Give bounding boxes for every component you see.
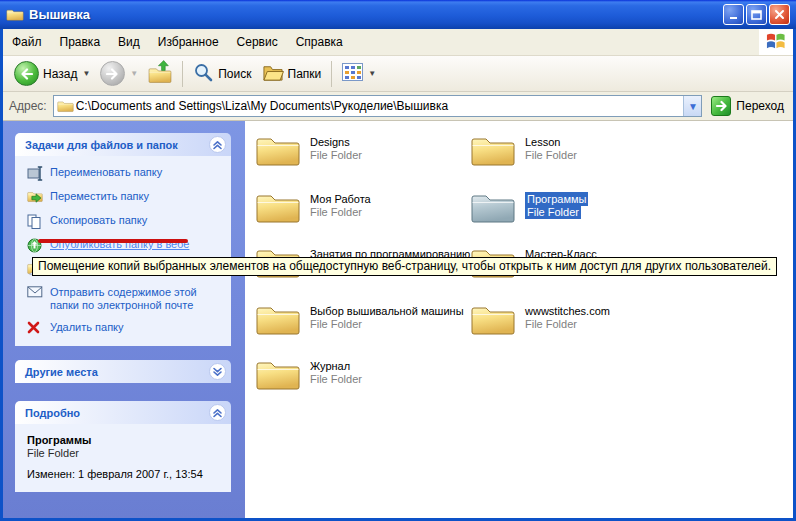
details-header[interactable]: Подробно <box>15 401 231 424</box>
address-label: Адрес: <box>9 99 47 113</box>
task-copy-folder[interactable]: Скопировать папку <box>27 214 225 229</box>
address-input[interactable] <box>74 99 684 113</box>
folder-name: Журнал <box>310 360 350 372</box>
up-button[interactable] <box>143 60 177 87</box>
annotation-red-underline <box>38 239 188 243</box>
views-button[interactable]: ▼ <box>337 63 381 84</box>
other-places-title: Другие места <box>25 366 98 378</box>
folder-icon[interactable] <box>470 301 516 337</box>
folder-item[interactable]: wwwstitches.com File Folder <box>470 301 610 337</box>
delete-icon <box>27 321 44 336</box>
menu-file[interactable]: Файл <box>3 30 51 55</box>
views-dropdown-arrow[interactable]: ▼ <box>368 69 376 78</box>
panel-other-places: Другие места <box>15 360 231 383</box>
address-folder-icon <box>57 99 74 113</box>
maximize-button[interactable] <box>746 4 767 25</box>
forward-button[interactable]: ▼ <box>95 61 143 86</box>
folder-item[interactable]: Журнал File Folder <box>255 356 362 392</box>
other-places-header[interactable]: Другие места <box>15 360 231 383</box>
email-icon <box>27 286 44 301</box>
menu-tools[interactable]: Сервис <box>228 30 287 55</box>
back-icon <box>14 61 39 86</box>
chevron-down-icon[interactable] <box>209 363 226 380</box>
folder-item[interactable]: Выбор вышивальной машины File Folder <box>255 301 464 337</box>
toolbar-separator <box>331 61 332 87</box>
folder-type: File Folder <box>310 318 362 330</box>
copy-icon <box>27 214 44 229</box>
folders-icon <box>262 62 284 85</box>
folder-type: File Folder <box>310 149 362 161</box>
search-icon <box>193 62 214 86</box>
window-title: Вышивка <box>29 7 718 22</box>
views-icon <box>342 63 363 84</box>
go-button[interactable]: Переход <box>708 96 787 116</box>
menu-edit[interactable]: Правка <box>51 30 110 55</box>
file-list-area[interactable]: Designs File Folder Lesson File Folder М… <box>245 121 793 518</box>
menu-view[interactable]: Вид <box>109 30 149 55</box>
folder-item[interactable]: Designs File Folder <box>255 132 362 168</box>
file-tasks-header[interactable]: Задачи для файлов и папок <box>15 133 231 156</box>
back-label: Назад <box>43 67 77 81</box>
tooltip: Помещение копий выбранных элементов на о… <box>32 257 777 276</box>
details-title: Подробно <box>25 407 80 419</box>
address-bar: Адрес: ▼ Переход <box>3 92 793 121</box>
task-pane: Задачи для файлов и папок Переименовать … <box>3 121 245 518</box>
title-bar[interactable]: Вышивка <box>0 0 796 29</box>
task-move-folder[interactable]: Переместить папку <box>27 190 225 205</box>
folder-name: Designs <box>310 136 350 148</box>
go-arrow-icon <box>711 96 731 116</box>
back-button[interactable]: Назад ▼ <box>9 61 95 86</box>
folder-icon[interactable] <box>470 132 516 168</box>
folder-icon[interactable] <box>255 132 301 168</box>
rename-icon <box>27 166 44 181</box>
task-email-folder[interactable]: Отправить содержимое этой папки по элект… <box>27 286 225 312</box>
folder-type: File Folder <box>525 318 577 330</box>
window-folder-icon <box>6 7 24 22</box>
move-icon <box>27 190 44 205</box>
folder-item-selected[interactable]: Программы File Folder <box>470 189 588 225</box>
details-body: Программы File Folder Изменен: 1 февраля… <box>15 424 231 492</box>
folder-name: Программы <box>525 192 588 206</box>
folder-icon[interactable] <box>255 356 301 392</box>
up-folder-icon <box>148 60 172 87</box>
folder-name: Выбор вышивальной машины <box>310 305 464 317</box>
forward-icon <box>100 61 125 86</box>
folder-item[interactable]: Lesson File Folder <box>470 132 577 168</box>
details-item-modified: Изменен: 1 февраля 2007 г., 13:54 <box>27 468 223 480</box>
details-item-name: Программы <box>27 434 223 446</box>
task-delete-folder[interactable]: Удалить папку <box>27 321 225 336</box>
search-button[interactable]: Поиск <box>188 62 256 86</box>
file-tasks-body: Переименовать папку Переместить папку <box>15 156 231 346</box>
go-label: Переход <box>736 99 784 113</box>
toolbar-separator <box>182 61 183 87</box>
standard-buttons-toolbar: Назад ▼ ▼ <box>3 56 793 92</box>
chevron-up-icon[interactable] <box>209 136 226 153</box>
task-rename-folder[interactable]: Переименовать папку <box>27 166 225 181</box>
explorer-window: Вышивка Файл Правка Вид Избранное Сервис… <box>0 0 796 521</box>
search-label: Поиск <box>218 67 251 81</box>
folder-type: File Folder <box>310 373 362 385</box>
back-dropdown-arrow[interactable]: ▼ <box>82 69 90 78</box>
chevron-up-icon[interactable] <box>209 404 226 421</box>
menu-favorites[interactable]: Избранное <box>149 30 228 55</box>
menu-bar: Файл Правка Вид Избранное Сервис Справка <box>3 29 793 56</box>
folder-icon[interactable] <box>255 189 301 225</box>
folder-item[interactable]: Моя Работа File Folder <box>255 189 371 225</box>
folder-type: File Folder <box>525 206 581 219</box>
folder-name: Моя Работа <box>310 193 371 205</box>
folder-icon-selected[interactable] <box>470 189 516 225</box>
panel-details: Подробно Программы File Folder Изменен: … <box>15 401 231 492</box>
address-dropdown-button[interactable]: ▼ <box>683 96 701 116</box>
minimize-button[interactable] <box>723 4 744 25</box>
folder-icon[interactable] <box>255 301 301 337</box>
folder-type: File Folder <box>525 149 577 161</box>
close-button[interactable] <box>769 4 790 25</box>
windows-logo-icon <box>759 29 793 55</box>
forward-dropdown-arrow[interactable]: ▼ <box>130 69 138 78</box>
folder-name: Lesson <box>525 136 560 148</box>
menu-help[interactable]: Справка <box>287 30 352 55</box>
folder-name: wwwstitches.com <box>525 305 610 317</box>
folder-type: File Folder <box>310 206 362 218</box>
folders-button[interactable]: Папки <box>257 62 327 85</box>
address-combo[interactable]: ▼ <box>53 95 703 117</box>
